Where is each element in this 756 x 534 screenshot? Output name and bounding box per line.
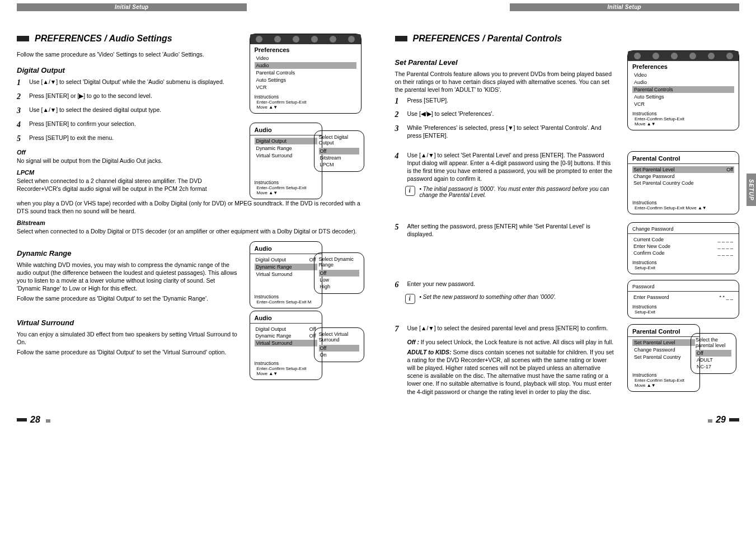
menu-parental-control-1: Parental Control Set Parental LevelOff C… — [627, 151, 739, 214]
page-footer: 28 29 — [17, 415, 739, 425]
set-parental-heading: Set Parental Level — [395, 58, 617, 67]
digital-output-heading: Digital Output — [17, 66, 238, 74]
dynamic-range-p1: While watching DVD movies, you may wish … — [17, 261, 238, 293]
virtual-surround-heading: Virtual Surround — [17, 318, 238, 327]
dynamic-range-p2: Follow the same procedure as 'Digital Ou… — [17, 294, 238, 302]
info-icon — [405, 186, 415, 196]
menu-audio-surround: Audio Digital OutputOff Dynamic RangeOff… — [250, 311, 322, 380]
tip-initial-password: • The initial password is '0000'. You mu… — [405, 186, 617, 198]
right-title: PREFERENCES / Parental Controls — [395, 34, 740, 44]
bubble-parental-level: Select the parental level Off ADULT NC-1… — [691, 333, 736, 374]
menu-audio-digital: Audio Digital Output Dynamic Range Virtu… — [250, 123, 322, 199]
left-intro: Follow the same procedure as 'Video' Set… — [17, 50, 238, 58]
page-right: SETUP PREFERENCES / Parental Controls Se… — [395, 34, 740, 398]
menu-preferences-left: Preferences Video Audio Parental Control… — [250, 34, 361, 114]
off-text: No signal will be output from the Digita… — [17, 157, 238, 165]
lpcm-text1: Select when connected to a 2 channel dig… — [17, 177, 238, 193]
header-right: Initial Setup — [510, 3, 740, 11]
bubble-dynamic-range: Select Dynamic Range Off Low High — [314, 252, 364, 294]
header-left: Initial Setup — [17, 3, 247, 11]
bubble-digital-output: Select Digital Output Off Bitstream LPCM — [314, 130, 364, 172]
tip-new-password: • Set the new password to something othe… — [405, 294, 617, 304]
step4-text: Use [▲/▼] to select 'Set Parental Level'… — [407, 151, 617, 183]
step6-text: Enter your new password. — [407, 280, 475, 291]
bitstream-text: Select when connected to a Dolby Digital… — [17, 227, 361, 235]
bubble-virtual-surround: Select Virtual Surround Off On — [314, 327, 364, 362]
info-icon — [405, 294, 415, 304]
menu-audio-dynamic: Audio Digital OutputOff Dynamic Range Vi… — [250, 241, 322, 308]
menu-change-password: Change Password Current Code_ _ _ _ Ente… — [627, 222, 739, 274]
menu-iconbar — [628, 51, 739, 61]
left-title: PREFERENCES / Audio Settings — [17, 34, 238, 44]
virtual-surround-p1: You can enjoy a simulated 3D effect from… — [17, 330, 238, 346]
step7-text: Use [▲/▼] to select the desired parental… — [407, 324, 608, 335]
menu-iconbar — [250, 34, 361, 44]
menu-parental-control-2: Parental Control Set Parental Level Chan… — [627, 324, 700, 392]
step5-text: After setting the password, press [ENTER… — [407, 222, 617, 238]
page-num-right: 29 — [716, 415, 726, 425]
header-bars: Initial Setup Initial Setup — [17, 3, 739, 11]
side-tab: SETUP — [746, 174, 756, 206]
lpcm-text2: when you play a DVD (or VHS tape) record… — [17, 199, 361, 215]
parental-steps-123: 1Press [SETUP]. 2Use [◀/▶] to select 'Pr… — [395, 96, 617, 140]
page-left: PREFERENCES / Audio Settings Follow the … — [17, 34, 361, 398]
menu-preferences-right: Preferences Video Audio Parental Control… — [627, 50, 739, 130]
menu-password: Password Enter Password* * _ _ Instructi… — [627, 280, 739, 318]
set-parental-intro: The Parental Controls feature allows you… — [395, 70, 617, 94]
off-heading: Off — [17, 149, 238, 156]
digital-output-steps: 1Use [▲/▼] to select 'Digital Output' wh… — [17, 78, 238, 144]
bitstream-heading: Bitstream — [17, 219, 361, 226]
virtual-surround-p2: Follow the same procedure as 'Digital Ou… — [17, 348, 238, 356]
dynamic-range-heading: Dynamic Range — [17, 249, 238, 257]
page-num-left: 28 — [30, 415, 40, 425]
lpcm-heading: LPCM — [17, 169, 238, 176]
